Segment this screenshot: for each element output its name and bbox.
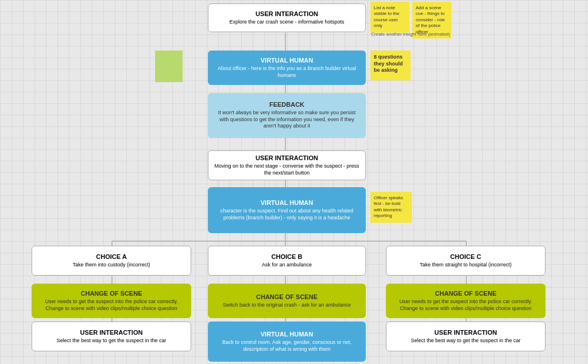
choice-c-title: CHOICE C (450, 253, 481, 260)
choice-b-node: CHOICE B Ask for an ambulance (208, 246, 366, 276)
choice-a-body: Take them into custody (incorrect) (72, 262, 150, 269)
virtual-human-2-node: VIRTUAL HUMAN character is the suspect. … (208, 187, 366, 233)
feedback-node: FEEDBACK It won't always be very informa… (208, 93, 366, 138)
change-scene-left-body: User needs to get the suspect into the p… (37, 299, 185, 312)
virtual-human-2-body: character is the suspect. Find out about… (214, 208, 360, 221)
user-interaction-top-body: Explore the car crash scene - informativ… (229, 19, 344, 26)
choice-c-body: Take them straight to hospital (incorrec… (420, 262, 512, 269)
virtual-human-1-title: VIRTUAL HUMAN (261, 57, 313, 64)
user-interaction-right-body: Select the best way to get the suspect i… (411, 338, 520, 344)
change-scene-left-node: CHANGE OF SCENE User needs to get the su… (32, 284, 191, 318)
user-interaction-2-node: USER INTERACTION Moving on to the next s… (208, 150, 366, 180)
virtual-human-3-body: Back to control room. Ask age, gender, c… (214, 339, 360, 353)
choice-a-title: CHOICE A (96, 253, 126, 260)
user-interaction-left-node: USER INTERACTION Select the best way to … (32, 322, 191, 351)
user-interaction-2-body: Moving on to the next stage - converse w… (214, 163, 359, 176)
change-scene-mid-body: Switch back to the original crash - ask … (223, 302, 351, 309)
virtual-human-1-node: VIRTUAL HUMAN About officer - here is th… (208, 51, 366, 85)
user-interaction-right-title: USER INTERACTION (435, 329, 497, 336)
sticky-yellow-questions: 8 questions they should be asking (370, 51, 411, 80)
virtual-human-2-title: VIRTUAL HUMAN (261, 199, 313, 206)
user-interaction-2-title: USER INTERACTION (256, 154, 318, 161)
feedback-body: It won't always be very informative so m… (214, 110, 360, 130)
feedback-title: FEEDBACK (269, 101, 304, 108)
choice-b-body: Ask for an ambulance (262, 262, 312, 269)
choice-c-node: CHOICE C Take them straight to hospital … (386, 246, 546, 276)
sticky-green-main (155, 51, 183, 82)
change-scene-left-title: CHANGE OF SCENE (81, 290, 142, 297)
sticky-note-top-a: List a note visible to the course user o… (370, 2, 409, 33)
change-scene-mid-title: CHANGE OF SCENE (256, 293, 318, 300)
choice-a-node: CHOICE A Take them into custody (incorre… (32, 246, 191, 276)
change-scene-right-node: CHANGE OF SCENE User needs to get the su… (386, 284, 546, 318)
user-interaction-right-node: USER INTERACTION Select the best way to … (386, 322, 546, 351)
virtual-human-3-title: VIRTUAL HUMAN (261, 331, 313, 338)
choice-b-title: CHOICE B (272, 253, 303, 260)
sticky-yellow-officer: Officer speaks first - be bold with biom… (370, 192, 412, 223)
change-scene-right-body: User needs to get the suspect into the p… (392, 299, 540, 312)
user-interaction-left-body: Select the best way to get the suspect i… (56, 338, 166, 344)
virtual-human-3-node: VIRTUAL HUMAN Back to control room. Ask … (208, 322, 366, 362)
virtual-human-1-body: About officer - here is the info you as … (214, 65, 360, 79)
change-scene-mid-node: CHANGE OF SCENE Switch back to the origi… (208, 284, 366, 318)
animated-insight-label: Create another insight here (animated) (370, 32, 451, 37)
user-interaction-top-title: USER INTERACTION (256, 10, 318, 17)
user-interaction-top-node: USER INTERACTION Explore the car crash s… (208, 3, 366, 32)
user-interaction-left-title: USER INTERACTION (80, 329, 143, 336)
change-scene-right-title: CHANGE OF SCENE (435, 290, 497, 297)
